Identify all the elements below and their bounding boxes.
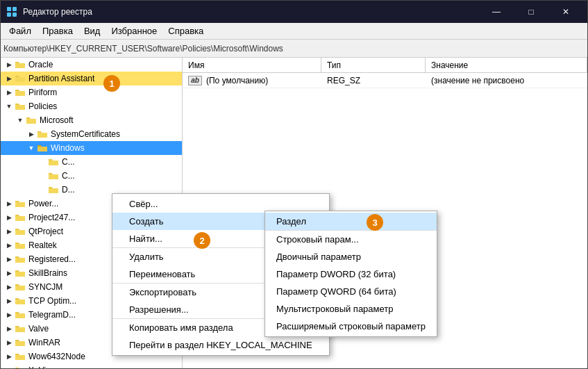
tree-arrow: [3, 309, 15, 320]
svg-rect-0: [7, 7, 11, 11]
folder-icon: [15, 212, 26, 223]
ctx-item-label: Копировать имя раздела: [129, 322, 233, 333]
submenu-item-multistring[interactable]: Мультистроковый параметр: [265, 300, 437, 318]
tree-arrow: [3, 198, 15, 209]
badge-3: 3: [367, 214, 383, 231]
tree-arrow: [3, 351, 15, 362]
tree-item-partition-assistant[interactable]: Partition Assistant: [1, 72, 182, 85]
submenu: Раздел Строковый парам... Двоичный парам…: [264, 211, 437, 337]
col-header-name: Имя: [183, 58, 321, 72]
tree-label: QtProject: [28, 227, 63, 236]
folder-icon: [15, 198, 26, 209]
tree-item-microsoft[interactable]: Microsoft: [1, 113, 182, 127]
ctx-item-label: Свёр...: [129, 199, 158, 209]
folder-icon: [48, 156, 59, 167]
cell-type: REG_SZ: [321, 73, 426, 88]
svg-rect-2: [7, 13, 11, 17]
col-header-value: Значение: [426, 58, 587, 72]
address-bar: Компьютер\HKEY_CURRENT_USER\Software\Pol…: [1, 40, 587, 58]
tree-arrow: [3, 59, 15, 70]
folder-icon: [15, 337, 26, 348]
minimize-button[interactable]: —: [480, 1, 512, 23]
tree-arrow: [3, 281, 15, 293]
tree-arrow: [3, 365, 15, 368]
tree-arrow: [3, 212, 15, 223]
tree-item-windows[interactable]: Windows: [1, 141, 182, 155]
address-path: Компьютер\HKEY_CURRENT_USER\Software\Pol…: [3, 44, 283, 54]
menu-view[interactable]: Вид: [78, 23, 106, 39]
tree-label: XnView: [28, 366, 56, 368]
tree-item-c2[interactable]: C...: [1, 169, 182, 183]
tree-label: SystemCertificates: [51, 129, 120, 139]
tree-label: C...: [62, 157, 75, 167]
submenu-item-string[interactable]: Строковый парам...: [265, 230, 437, 248]
tree-item-systemcerts[interactable]: SystemCertificates: [1, 127, 182, 141]
folder-icon: [15, 101, 26, 112]
tree-arrow: [3, 226, 15, 237]
tree-label: Microsoft: [40, 115, 74, 125]
folder-icon: [15, 365, 26, 368]
tree-label: Realtek: [28, 240, 57, 250]
window-controls: — □ ✕: [480, 1, 582, 23]
tree-label: D...: [62, 185, 75, 195]
maximize-button[interactable]: □: [515, 1, 547, 23]
tree-arrow: [3, 73, 15, 84]
tree-label: Registered...: [28, 254, 76, 264]
ctx-item-label: Разрешения...: [129, 304, 189, 315]
cell-name-text: (По умолчанию): [206, 76, 268, 85]
folder-icon: [26, 115, 37, 126]
tree-arrow: [3, 323, 15, 334]
tree-label-partition: Partition Assistant: [28, 74, 94, 83]
submenu-item-qword[interactable]: Параметр QWORD (64 бита): [265, 283, 437, 300]
registry-row[interactable]: ab (По умолчанию) REG_SZ (значение не пр…: [183, 73, 587, 88]
submenu-item-dword[interactable]: Параметр DWORD (32 бита): [265, 265, 437, 283]
tree-label: Policies: [28, 101, 57, 111]
folder-icon: [15, 309, 26, 320]
right-panel-header: Имя Тип Значение: [183, 58, 587, 73]
tree-item-oracle[interactable]: Oracle: [1, 58, 182, 72]
tree-item-piriform[interactable]: Piriform: [1, 85, 182, 99]
tree-item-xnview[interactable]: XnView: [1, 363, 182, 368]
tree-label: Wow6432Node: [28, 352, 85, 361]
tree-label: Piriform: [28, 88, 57, 97]
ctx-item-label: Переименовать: [129, 269, 195, 279]
ctx-item-label: Экспортировать: [129, 287, 196, 297]
tree-arrow: [3, 337, 15, 348]
tree-arrow: [3, 295, 15, 306]
menu-favorites[interactable]: Избранное: [106, 23, 162, 39]
menu-edit[interactable]: Правка: [37, 23, 78, 39]
submenu-item-razdel[interactable]: Раздел: [265, 213, 437, 230]
menu-file[interactable]: Файл: [3, 23, 37, 39]
submenu-item-binary[interactable]: Двоичный параметр: [265, 248, 437, 265]
tree-label: Valve: [28, 324, 49, 334]
tree-item-c1[interactable]: C...: [1, 155, 182, 169]
svg-rect-3: [12, 13, 17, 17]
ctx-item-goto[interactable]: Перейти в раздел HKEY_LOCAL_MACHINE: [112, 336, 329, 354]
folder-icon: [15, 281, 26, 293]
tree-label: Project247...: [28, 213, 75, 222]
folder-icon: [15, 351, 26, 362]
ctx-item-label: Удалить: [129, 252, 164, 262]
menu-help[interactable]: Справка: [162, 23, 209, 39]
tree-label: TCP Optim...: [28, 296, 76, 306]
folder-icon: [48, 184, 59, 195]
tree-label: WinRAR: [28, 338, 60, 347]
tree-label: C...: [62, 171, 75, 181]
folder-icon: [15, 73, 26, 84]
close-button[interactable]: ✕: [550, 1, 582, 23]
submenu-item-expandable[interactable]: Расширяемый строковый параметр: [265, 318, 437, 335]
menu-bar: Файл Правка Вид Избранное Справка: [1, 23, 587, 40]
tree-arrow: [3, 101, 15, 112]
folder-icon: [15, 59, 26, 70]
svg-rect-1: [12, 7, 17, 11]
window-title: Редактор реестра: [23, 7, 480, 17]
tree-arrow: [3, 240, 15, 251]
folder-icon: [15, 226, 26, 237]
tree-item-policies[interactable]: Policies: [1, 99, 182, 113]
tree-label: Oracle: [28, 60, 53, 69]
folder-icon: [15, 240, 26, 251]
tree-label: SkillBrains: [28, 268, 67, 278]
tree-arrow: [26, 142, 37, 154]
tree-label: Power...: [28, 199, 58, 208]
folder-icon: [15, 268, 26, 279]
